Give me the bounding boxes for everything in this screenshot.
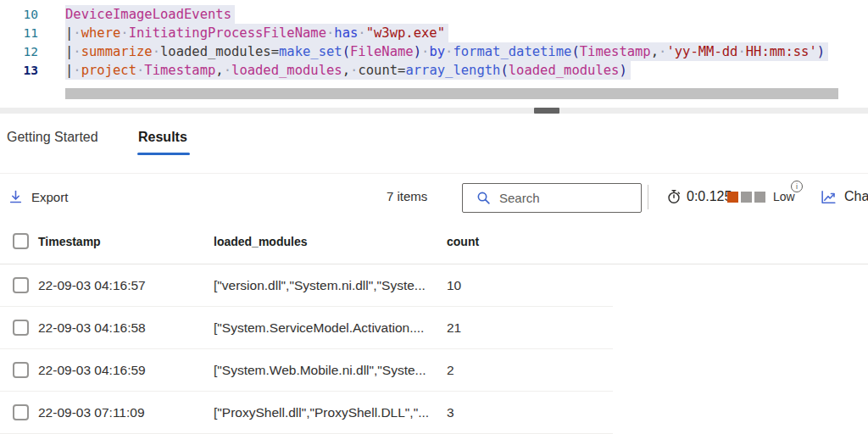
cell-loaded-modules: ["System.Web.Mobile.ni.dll","Syste... bbox=[214, 349, 426, 392]
toolbar-divider bbox=[648, 185, 648, 209]
active-tab-underline bbox=[137, 153, 190, 155]
export-label: Export bbox=[31, 190, 68, 204]
download-icon bbox=[8, 190, 23, 204]
code-line[interactable]: 11|·where·InitiatingProcessFileName·has·… bbox=[0, 24, 868, 42]
chart-button[interactable]: Chart bbox=[820, 185, 868, 209]
cell-count: 2 bbox=[447, 349, 454, 392]
usage-level-square-1 bbox=[727, 192, 738, 203]
chart-label: Chart bbox=[844, 189, 868, 204]
code-line[interactable]: 13|·project·Timestamp,·loaded_modules,·c… bbox=[0, 61, 868, 80]
line-number: 10 bbox=[0, 5, 38, 24]
cell-timestamp: 22-09-03 04:16:58 bbox=[38, 307, 146, 349]
export-button[interactable]: Export bbox=[8, 185, 68, 209]
cell-timestamp: 22-09-03 04:16:57 bbox=[38, 264, 146, 307]
select-all-checkbox[interactable] bbox=[13, 233, 29, 249]
query-duration: 0:0.125 bbox=[666, 185, 732, 209]
row-checkbox[interactable] bbox=[13, 404, 29, 420]
table-row[interactable]: 22-09-03 07:11:09["ProxyShell.dll","Prox… bbox=[0, 392, 613, 434]
cell-timestamp: 22-09-03 07:11:09 bbox=[38, 392, 145, 434]
pane-splitter bbox=[0, 108, 868, 114]
column-header-count[interactable]: count bbox=[447, 219, 479, 264]
tab-results[interactable]: Results bbox=[138, 125, 187, 150]
results-tab-bar: Getting Started Results bbox=[0, 119, 868, 170]
cell-count: 10 bbox=[447, 264, 461, 307]
line-number: 13 bbox=[0, 61, 38, 80]
code-line[interactable]: 10DeviceImageLoadEvents bbox=[0, 5, 868, 24]
tab-getting-started[interactable]: Getting Started bbox=[7, 125, 98, 150]
cell-count: 3 bbox=[447, 392, 454, 434]
usage-level-square-3 bbox=[754, 192, 765, 203]
cell-timestamp: 22-09-03 04:16:59 bbox=[38, 349, 146, 392]
table-row[interactable]: 22-09-03 04:16:59["System.Web.Mobile.ni.… bbox=[0, 349, 613, 392]
search-icon bbox=[476, 191, 491, 205]
usage-label: Low bbox=[773, 190, 795, 203]
code-line-text: DeviceImageLoadEvents bbox=[65, 5, 235, 24]
code-line-text: |·summarize·loaded_modules=make_set(File… bbox=[65, 42, 828, 61]
row-checkbox[interactable] bbox=[13, 362, 29, 378]
table-row[interactable]: 22-09-03 04:16:58["System.ServiceModel.A… bbox=[0, 307, 613, 349]
row-checkbox[interactable] bbox=[13, 277, 29, 293]
line-chart-icon bbox=[820, 189, 837, 205]
resource-usage-indicator: Low bbox=[727, 185, 795, 209]
usage-level-square-2 bbox=[741, 192, 752, 203]
table-body: 22-09-03 04:16:57["version.dll","System.… bbox=[0, 264, 868, 434]
query-duration-value: 0:0.125 bbox=[687, 189, 732, 204]
code-line[interactable]: 12|·summarize·loaded_modules=make_set(Fi… bbox=[0, 42, 868, 61]
line-number: 12 bbox=[0, 42, 38, 61]
advanced-hunting-results-page: { "editor": { "language": "kusto", "line… bbox=[0, 0, 868, 434]
cell-loaded-modules: ["version.dll","System.ni.dll","Syste... bbox=[214, 264, 426, 307]
column-header-timestamp[interactable]: Timestamp bbox=[38, 219, 101, 264]
row-checkbox[interactable] bbox=[13, 320, 29, 336]
column-header-loaded-modules[interactable]: loaded_modules bbox=[214, 219, 307, 264]
code-line-text: |·where·InitiatingProcessFileName·has·"w… bbox=[65, 24, 448, 42]
items-count: 7 items bbox=[387, 185, 427, 209]
cell-loaded-modules: ["System.ServiceModel.Activation.... bbox=[214, 307, 424, 349]
cell-count: 21 bbox=[447, 307, 461, 349]
editor-horizontal-scrollbar[interactable] bbox=[65, 88, 838, 99]
table-header-row: Timestamp loaded_modules count bbox=[0, 219, 868, 264]
info-icon[interactable]: i bbox=[791, 181, 803, 192]
splitter-drag-handle[interactable] bbox=[534, 108, 559, 114]
line-number: 11 bbox=[0, 24, 38, 42]
code-line-text: |·project·Timestamp,·loaded_modules,·cou… bbox=[65, 61, 631, 80]
table-row[interactable]: 22-09-03 04:16:57["version.dll","System.… bbox=[0, 264, 613, 307]
results-toolbar: Export 7 items 0:0.125 Low i bbox=[0, 173, 868, 219]
query-editor[interactable]: 10DeviceImageLoadEvents11|·where·Initiat… bbox=[0, 0, 868, 85]
stopwatch-icon bbox=[666, 189, 682, 204]
search-box[interactable] bbox=[462, 183, 642, 213]
cell-loaded-modules: ["ProxyShell.dll","ProxyShell.DLL","... bbox=[214, 392, 429, 434]
search-input[interactable] bbox=[499, 191, 618, 205]
